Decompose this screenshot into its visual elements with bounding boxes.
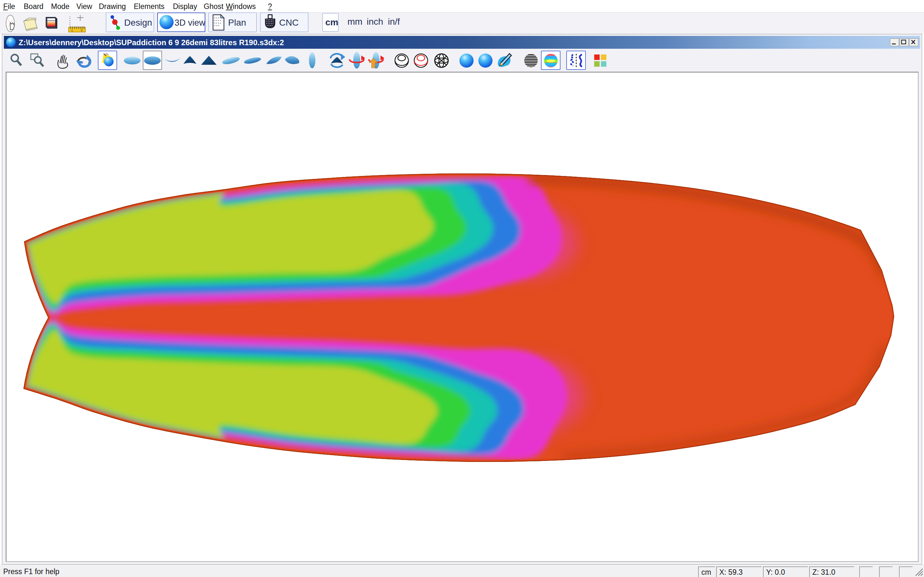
svg-text:1: 1 [71,29,73,32]
svg-text:0: 0 [81,29,82,32]
